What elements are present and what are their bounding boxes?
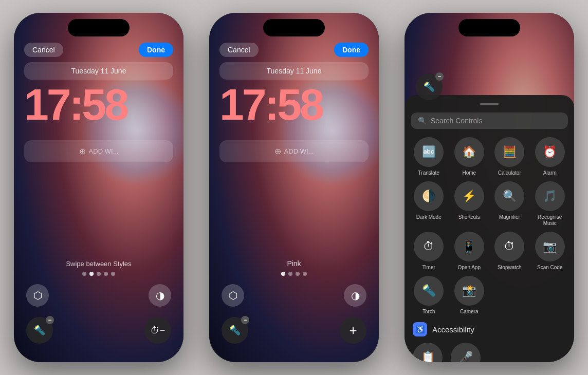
home-icon: 🏠 — [454, 137, 484, 167]
control-stopwatch[interactable]: ⏱ Stopwatch — [491, 232, 528, 271]
calculator-icon: 🧮 — [494, 137, 524, 167]
control-camera[interactable]: 📸 Camera — [451, 276, 488, 315]
torch-button-2[interactable]: 🔦 − — [222, 317, 248, 344]
circle-half-icon-1[interactable]: ◑ — [149, 284, 171, 307]
date-text-2: Tuesday 11 June — [267, 67, 322, 75]
control-scan-code[interactable]: 📷 Scan Code — [532, 232, 568, 271]
open-app-label: Open App — [458, 265, 481, 271]
control-recognise-music[interactable]: 🎵 Recognise Music — [532, 181, 568, 227]
cancel-button-2[interactable]: Cancel — [219, 43, 259, 57]
dot-2-1 — [281, 272, 285, 276]
control-home[interactable]: 🏠 Home — [451, 137, 488, 176]
open-app-icon: 📱 — [454, 232, 484, 261]
torch-on-icon: 🔦 — [424, 81, 435, 92]
darkmode-label: Dark Mode — [416, 214, 442, 220]
accessibility-section[interactable]: ♿ Accessibility — [411, 322, 568, 336]
control-magnifier[interactable]: 🔍 Magnifier — [491, 181, 528, 227]
camera-icon: 📸 — [454, 276, 484, 306]
control-panel: 🔍 Search Controls 🔤 Translate 🏠 Home 🧮 C… — [405, 95, 574, 362]
dynamic-island-3 — [458, 19, 520, 36]
minus-badge-timer-1: − — [160, 325, 166, 336]
time-display-2: 17:58 — [219, 82, 322, 126]
control-open-app[interactable]: 📱 Open App — [451, 232, 488, 271]
date-text-1: Tuesday 11 June — [71, 67, 126, 75]
magnifier-icon: 🔍 — [494, 181, 524, 211]
plus-icon-2: ⊕ — [274, 146, 281, 156]
torch-on-screen[interactable]: 🔦 − — [416, 73, 443, 100]
layers-icon-1[interactable]: ⬡ — [26, 284, 49, 307]
minus-badge-torch-2: − — [241, 316, 249, 324]
torch-button-1[interactable]: 🔦 − — [26, 317, 53, 344]
shortcuts-label: Shortcuts — [458, 214, 480, 220]
phone-section-2: Cancel Done Tuesday 11 June 17:58 ⊕ ADD … — [196, 0, 392, 375]
date-widget-2: Tuesday 11 June — [219, 62, 369, 80]
torch-grid-icon: 🔦 — [414, 276, 444, 306]
add-widget-2[interactable]: ⊕ ADD WI... — [219, 140, 369, 162]
dynamic-island-1 — [68, 19, 130, 36]
controls-grid: 🔤 Translate 🏠 Home 🧮 Calculator ⏰ Alarm — [411, 137, 568, 315]
phone-section-1: Cancel Done Tuesday 11 June 17:58 ⊕ ADD … — [1, 0, 196, 375]
phone-2: Cancel Done Tuesday 11 June 17:58 ⊕ ADD … — [209, 13, 379, 362]
dot-1-2 — [89, 272, 94, 276]
torch-icon-1: 🔦 — [34, 325, 45, 336]
done-button-1[interactable]: Done — [139, 43, 173, 57]
dot-1-4 — [104, 272, 108, 276]
minus-badge-torch-on: − — [435, 72, 444, 81]
control-translate[interactable]: 🔤 Translate — [411, 137, 447, 176]
dot-2-3 — [296, 272, 300, 276]
add-widget-1[interactable]: ⊕ ADD WI... — [24, 140, 173, 162]
add-widget-text-2: ADD WI... — [284, 147, 314, 155]
camera-label: Camera — [460, 309, 479, 315]
bottom-row-2: ⬡ ◑ — [209, 284, 379, 307]
torch-label: Torch — [422, 309, 435, 315]
shortcuts-icon: ⚡ — [454, 181, 484, 211]
control-timer[interactable]: ⏱ Timer — [411, 232, 447, 271]
swipe-label-1: Swipe between Styles — [14, 260, 183, 268]
done-button-2[interactable]: Done — [334, 43, 369, 57]
translate-label: Translate — [418, 170, 439, 176]
add-icon: + — [349, 323, 357, 339]
dot-1-3 — [97, 272, 101, 276]
style-dots-2 — [209, 272, 379, 276]
darkmode-icon: 🌗 — [414, 181, 444, 211]
magnifier-label: Magnifier — [499, 214, 520, 220]
timer-button-1[interactable]: ⏱ − — [144, 317, 171, 344]
control-calculator[interactable]: 🧮 Calculator — [491, 137, 528, 176]
torch-icon-2: 🔦 — [229, 325, 241, 336]
stopwatch-icon: ⏱ — [494, 232, 524, 261]
pink-label: Pink — [209, 259, 379, 268]
date-widget-1: Tuesday 11 June — [24, 62, 173, 80]
bottom-area-2: Pink ⬡ ◑ 🔦 − + — [209, 259, 379, 352]
top-buttons-2: Cancel Done — [209, 43, 379, 57]
control-alarm[interactable]: ⏰ Alarm — [532, 137, 568, 176]
recognise-music-icon: 🎵 — [535, 181, 565, 211]
phone-1: Cancel Done Tuesday 11 June 17:58 ⊕ ADD … — [14, 13, 183, 362]
extra-icon-1[interactable]: 📋 — [413, 343, 443, 362]
panel-handle — [480, 103, 499, 105]
translate-icon: 🔤 — [414, 137, 444, 167]
dot-2-2 — [288, 272, 292, 276]
alarm-icon: ⏰ — [535, 137, 565, 167]
cancel-button-1[interactable]: Cancel — [24, 43, 63, 57]
timer-icon-1: ⏱ — [151, 325, 160, 336]
alarm-label: Alarm — [543, 170, 557, 176]
control-torch[interactable]: 🔦 Torch — [411, 276, 447, 315]
search-bar[interactable]: 🔍 Search Controls — [411, 113, 568, 129]
style-dots-1 — [14, 272, 183, 276]
calculator-label: Calculator — [498, 170, 521, 176]
bottom-area-1: Swipe between Styles ⬡ ◑ 🔦 − ⏱ − — [14, 260, 183, 352]
plus-icon-1: ⊕ — [79, 146, 86, 156]
phone-section-3: 🔦 − 🔍 Search Controls 🔤 Translate 🏠 Home — [392, 0, 587, 375]
recognise-music-label: Recognise Music — [532, 214, 568, 227]
extra-icon-2[interactable]: 🎤 — [451, 343, 481, 362]
control-shortcuts[interactable]: ⚡ Shortcuts — [451, 181, 488, 227]
dot-1-5 — [111, 272, 115, 276]
add-widget-text-1: ADD WI... — [89, 147, 119, 155]
scan-code-icon: 📷 — [535, 232, 565, 261]
layers-icon-2[interactable]: ⬡ — [222, 284, 244, 307]
top-buttons-1: Cancel Done — [14, 43, 183, 57]
search-placeholder: Search Controls — [431, 117, 482, 125]
add-control-button[interactable]: + — [340, 317, 366, 344]
circle-half-icon-2[interactable]: ◑ — [344, 284, 366, 307]
control-darkmode[interactable]: 🌗 Dark Mode — [411, 181, 447, 227]
